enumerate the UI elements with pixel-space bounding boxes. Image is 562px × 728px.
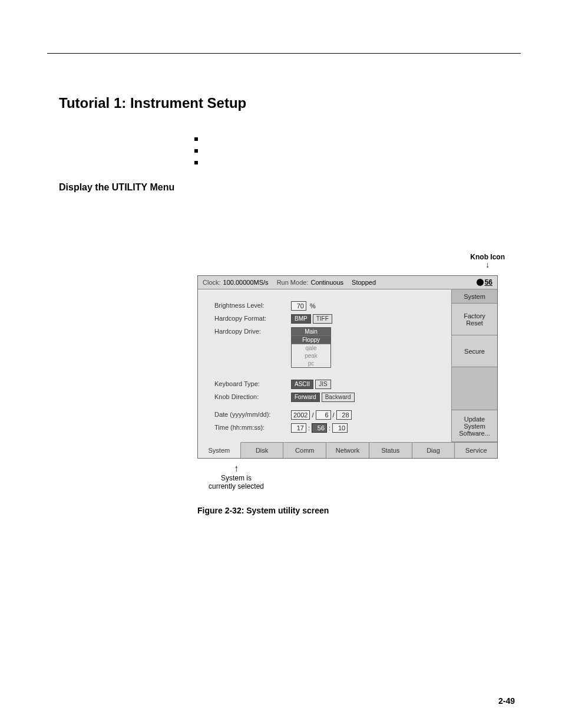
settings-pane: Brightness Level: 70 % Hardcopy Format: … bbox=[198, 289, 451, 442]
page-number: 2-49 bbox=[498, 696, 515, 706]
drive-pc[interactable]: pc bbox=[292, 360, 330, 367]
hardcopy-format-label: Hardcopy Format: bbox=[214, 314, 291, 322]
tab-status[interactable]: Status bbox=[369, 443, 412, 458]
callout-text: System is bbox=[209, 474, 264, 482]
main-heading: Tutorial 1: Instrument Setup bbox=[59, 95, 515, 111]
tab-system[interactable]: System bbox=[198, 442, 241, 458]
side-factory-reset-button[interactable]: Factory Reset bbox=[452, 304, 497, 335]
percent-label: % bbox=[310, 302, 316, 309]
hardcopy-format-bmp[interactable]: BMP bbox=[291, 314, 311, 324]
time-minute[interactable]: 56 bbox=[312, 423, 327, 433]
bullet bbox=[194, 149, 198, 153]
keyboard-ascii[interactable]: ASCII bbox=[291, 380, 313, 389]
title-bar: Clock: 100.00000MS/s Run Mode: Continuou… bbox=[198, 276, 497, 289]
date-month[interactable]: 6 bbox=[316, 410, 331, 420]
knob-value: 56 bbox=[485, 278, 492, 286]
status-value: Stopped bbox=[352, 279, 376, 286]
knob-backward[interactable]: Backward bbox=[322, 393, 355, 402]
down-arrow-icon: ↓ bbox=[470, 262, 505, 267]
callout-text: currently selected bbox=[209, 482, 264, 490]
keyboard-jis[interactable]: JIS bbox=[315, 380, 330, 389]
figure-caption: Figure 2-32: System utility screen bbox=[197, 506, 515, 515]
bottom-tabs: System Disk Comm Network Status Diag Ser… bbox=[198, 442, 497, 458]
time-hour[interactable]: 17 bbox=[291, 423, 306, 433]
clock-value: 100.00000MS/s bbox=[223, 279, 269, 286]
intro-bullets bbox=[194, 137, 515, 164]
tab-service[interactable]: Service bbox=[455, 443, 497, 458]
side-system-button[interactable]: System bbox=[452, 289, 497, 304]
clock-label: Clock: bbox=[203, 279, 221, 286]
tab-network[interactable]: Network bbox=[326, 443, 369, 458]
knob-forward[interactable]: Forward bbox=[291, 393, 320, 402]
side-spacer bbox=[452, 367, 497, 410]
time-label: Time (hh:mm:ss): bbox=[214, 423, 291, 431]
tab-comm[interactable]: Comm bbox=[283, 443, 326, 458]
side-secure-button[interactable]: Secure bbox=[452, 335, 497, 367]
keyboard-type-label: Keyboard Type: bbox=[214, 380, 291, 387]
date-day[interactable]: 28 bbox=[336, 410, 352, 420]
knob-circle-icon bbox=[477, 279, 484, 286]
utility-screenshot: Knob Icon ↓ Clock: 100.00000MS/s Run Mod… bbox=[197, 275, 504, 459]
date-label: Date (yyyy/mm/dd): bbox=[214, 410, 291, 418]
hardcopy-format-tiff[interactable]: TIFF bbox=[313, 314, 332, 324]
colon: : bbox=[329, 424, 330, 431]
runmode-value: Continuous bbox=[310, 279, 343, 286]
tab-diag[interactable]: Diag bbox=[412, 443, 455, 458]
time-second[interactable]: 10 bbox=[332, 423, 348, 433]
drive-floppy[interactable]: Floppy bbox=[292, 335, 330, 344]
runmode-label: Run Mode: bbox=[277, 279, 309, 286]
instrument-screen: Clock: 100.00000MS/s Run Mode: Continuou… bbox=[197, 275, 498, 459]
brightness-label: Brightness Level: bbox=[214, 301, 291, 309]
bullet bbox=[194, 137, 198, 141]
top-rule bbox=[47, 53, 521, 54]
knob-icon-callout: Knob Icon ↓ bbox=[470, 253, 505, 267]
knob-icon[interactable]: 56 bbox=[477, 278, 492, 286]
slash: / bbox=[312, 411, 313, 419]
side-update-software-button[interactable]: Update System Software... bbox=[452, 410, 497, 442]
date-year[interactable]: 2002 bbox=[291, 410, 310, 420]
system-selected-callout: ↑ System is currently selected bbox=[209, 465, 264, 490]
up-arrow-icon: ↑ bbox=[209, 465, 264, 472]
slash: / bbox=[333, 411, 335, 419]
bullet bbox=[194, 161, 198, 164]
brightness-input[interactable]: 70 bbox=[291, 301, 306, 311]
hardcopy-drive-list[interactable]: Main Floppy qale peak pc bbox=[291, 327, 331, 368]
colon: : bbox=[308, 424, 310, 431]
sub-heading: Display the UTILITY Menu bbox=[59, 182, 515, 193]
drive-main[interactable]: Main bbox=[292, 328, 330, 335]
drive-peak[interactable]: peak bbox=[292, 352, 330, 360]
tab-disk[interactable]: Disk bbox=[241, 443, 284, 458]
side-menu: System Factory Reset Secure Update Syste… bbox=[451, 289, 497, 442]
knob-direction-label: Knob Direction: bbox=[214, 393, 291, 400]
hardcopy-drive-label: Hardcopy Drive: bbox=[214, 327, 291, 335]
drive-qale[interactable]: qale bbox=[292, 344, 330, 352]
